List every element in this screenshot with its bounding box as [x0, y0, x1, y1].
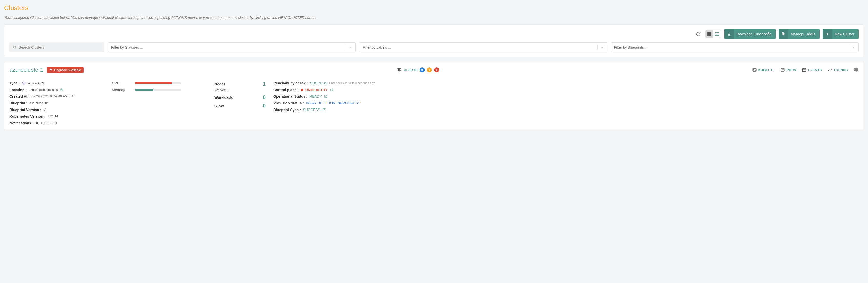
filter-row: Filter by Statuses ... Filter by Labels …: [9, 42, 859, 52]
stat-gpus: GPUs 0: [214, 103, 266, 109]
svg-rect-2: [715, 33, 716, 33]
svg-rect-3: [716, 33, 719, 33]
resources-column: CPU Memory: [112, 81, 207, 125]
detail-type: Type : Azure AKS: [9, 81, 104, 85]
plus-icon: [823, 29, 832, 39]
alert-info-count[interactable]: 0: [420, 67, 425, 72]
svg-rect-10: [753, 68, 756, 71]
cluster-card: azurecluster1 Upgrade Available ALERTS 0…: [4, 62, 864, 130]
external-link-icon[interactable]: [322, 108, 326, 112]
svg-rect-1: [707, 34, 711, 36]
view-list-button[interactable]: [713, 30, 721, 38]
detail-blueprint: Blueprint : aks-blueprint: [9, 101, 104, 105]
stats-column: Nodes 1 Worker: 1 Workloads 0 GPUs 0: [214, 81, 266, 125]
azure-aks-icon: [22, 81, 26, 85]
list-icon: [715, 32, 719, 36]
stat-worker: Worker: 1: [214, 88, 266, 92]
calendar-icon: [802, 68, 807, 72]
detail-blueprint-version: Blueprint Version : v1: [9, 108, 104, 112]
cpu-bar: [135, 82, 181, 84]
status-blueprint-sync: Blueprint Sync : SUCCESS: [273, 108, 859, 112]
download-icon: [724, 29, 734, 39]
memory-meter: Memory: [112, 88, 207, 92]
filter-status-placeholder: Filter by Statuses ...: [111, 45, 143, 49]
stat-workloads: Workloads 0: [214, 95, 266, 100]
cluster-name[interactable]: azurecluster1: [9, 67, 43, 73]
controls-panel: Download Kubeconfig Manage Labels New Cl…: [4, 24, 864, 57]
svg-rect-12: [802, 69, 806, 72]
detail-created: Created At : 07/29/2022, 10:52:49 AM EDT: [9, 95, 104, 99]
trends-icon: [828, 68, 832, 72]
filter-labels-placeholder: Filter by Labels ...: [363, 45, 391, 49]
gear-icon: [854, 67, 859, 72]
detail-notifications: Notifications : DISABLED: [9, 121, 104, 125]
status-dot-red: [301, 89, 303, 91]
page-subtitle: Your configured Clusters are listed belo…: [4, 15, 864, 20]
svg-point-8: [782, 33, 783, 34]
external-link-icon[interactable]: [330, 88, 333, 92]
chevron-down-icon: [600, 45, 604, 49]
detail-k8s-version: Kubernetes Version : 1.21.14: [9, 114, 104, 118]
status-column: Reachability check : SUCCESS Last check-…: [273, 81, 859, 125]
external-link-icon[interactable]: [324, 95, 328, 98]
svg-rect-4: [715, 34, 716, 34]
terminal-icon: [752, 68, 757, 72]
refresh-icon: [696, 32, 701, 36]
search-input[interactable]: [19, 45, 101, 49]
memory-bar: [135, 89, 181, 91]
svg-rect-0: [707, 32, 711, 34]
download-kubeconfig-label: Download Kubeconfig: [737, 32, 771, 36]
svg-point-9: [13, 46, 16, 48]
svg-point-13: [23, 83, 24, 84]
toolbar: Download Kubeconfig Manage Labels New Cl…: [9, 29, 859, 39]
svg-point-19: [24, 84, 24, 85]
tab-trends[interactable]: TRENDS: [828, 68, 848, 72]
svg-point-14: [22, 82, 23, 83]
details-column: Type : Azure AKS Location : azure/northc…: [9, 81, 104, 125]
status-control-plane: Control plane : UNHEALTHY: [273, 88, 859, 92]
alert-bell-icon: [397, 67, 402, 72]
tab-pods[interactable]: PODS: [780, 68, 796, 72]
cluster-tabs: KUBECTL PODS EVENTS TRENDS: [752, 67, 859, 73]
view-card-button[interactable]: [706, 30, 713, 38]
filter-status[interactable]: Filter by Statuses ...: [108, 42, 355, 52]
cluster-header: azurecluster1 Upgrade Available ALERTS 0…: [9, 67, 859, 73]
memory-label: Memory: [112, 88, 130, 92]
cluster-body: Type : Azure AKS Location : azure/northc…: [9, 77, 859, 125]
cpu-label: CPU: [112, 81, 130, 85]
new-cluster-button[interactable]: New Cluster: [823, 29, 859, 39]
alerts-section[interactable]: ALERTS 0 1 1: [397, 67, 439, 72]
alert-crit-count[interactable]: 1: [434, 67, 439, 72]
svg-point-17: [25, 84, 26, 84]
bell-icon: [50, 68, 53, 71]
filter-blueprints[interactable]: Filter by Blueprints ...: [611, 42, 859, 52]
tag-icon: [779, 29, 788, 39]
upgrade-available-badge[interactable]: Upgrade Available: [47, 67, 84, 73]
manage-labels-button[interactable]: Manage Labels: [779, 29, 819, 39]
page-title: Clusters: [4, 4, 864, 12]
refresh-button[interactable]: [694, 30, 702, 38]
status-reachability: Reachability check : SUCCESS Last check-…: [273, 81, 859, 85]
alert-warn-count[interactable]: 1: [427, 67, 432, 72]
svg-rect-7: [716, 35, 719, 36]
search-clusters[interactable]: [9, 42, 104, 52]
stat-nodes: Nodes 1: [214, 81, 266, 87]
svg-point-15: [25, 82, 26, 83]
svg-rect-6: [715, 35, 716, 36]
download-kubeconfig-button[interactable]: Download Kubeconfig: [724, 29, 776, 39]
chevron-down-icon: [851, 45, 855, 49]
location-target-icon: [60, 88, 64, 92]
svg-point-18: [24, 81, 24, 82]
alerts-label: ALERTS: [404, 68, 417, 72]
tab-kubectl[interactable]: KUBECTL: [752, 68, 775, 72]
filter-labels[interactable]: Filter by Labels ...: [359, 42, 607, 52]
pods-icon: [780, 68, 785, 72]
svg-point-16: [22, 84, 23, 84]
status-operational: Operational Status : READY: [273, 95, 859, 99]
detail-location: Location : azure/northcentralus: [9, 88, 104, 92]
new-cluster-label: New Cluster: [835, 32, 855, 36]
manage-labels-label: Manage Labels: [791, 32, 815, 36]
filter-blueprints-placeholder: Filter by Blueprints ...: [614, 45, 648, 49]
tab-events[interactable]: EVENTS: [802, 68, 822, 72]
cluster-settings-button[interactable]: [854, 67, 859, 73]
